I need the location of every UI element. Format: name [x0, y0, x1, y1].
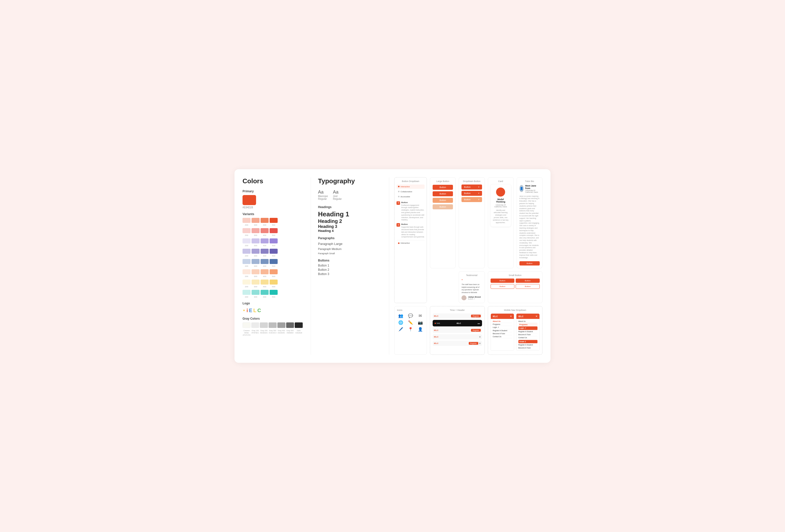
nav-item-tutor[interactable]: Become A Tutor: [493, 332, 512, 335]
mobile-icons: ▪▪▪: [478, 321, 480, 325]
primary-swatch: [243, 195, 256, 205]
btn-icon-desc-1: ☰ Button Furthered engagement through me…: [397, 201, 425, 245]
nav-item-about-2[interactable]: About Us: [518, 320, 537, 323]
nav-item-become-t[interactable]: Become A Tutor: [518, 346, 537, 349]
paragraphs-group: Paragraphs Paragraph Large Paragraph Med…: [318, 236, 381, 256]
gray-swatch-0: [243, 322, 251, 328]
card-box: Card Model Thinking University Of Califo…: [488, 177, 514, 268]
nav-item-about[interactable]: About Us: [493, 320, 512, 323]
heading-4-sample: Heading 4: [318, 229, 381, 233]
hamburger-icon-4[interactable]: ≡: [479, 336, 481, 338]
nav-dropdown-2: iELC ✕ About Us Programs Login ↗ Registe…: [516, 313, 540, 351]
tutor-bio-text: Jane is a junior majoring in Biology and…: [520, 195, 540, 259]
dropdown-btn-label: Dropdown Button: [461, 180, 482, 183]
nav-close-1[interactable]: ✕: [510, 315, 512, 318]
hamburger-icon-5[interactable]: ≡: [479, 342, 481, 345]
heading-3-sample: Heading 3: [318, 224, 381, 229]
dropdown-item-interactive[interactable]: Interactive: [397, 185, 425, 189]
swatch-y-400: [260, 280, 269, 285]
font-manrope-name: Manrope: [318, 195, 328, 197]
mobile-register-3[interactable]: Register: [471, 329, 481, 332]
nav-dropdown-1: iELC ✕ About Us Programs Login ↗ Registe…: [490, 313, 514, 351]
card-text: Identify and articulate learning strateg…: [492, 209, 509, 224]
dropdown-item-accessible[interactable]: Accessible: [397, 194, 425, 199]
nav-item-login[interactable]: Login ↗: [493, 326, 512, 329]
mobile-logo-5: iELC: [434, 342, 438, 344]
dd-btn-2-text: Button: [464, 192, 471, 194]
swatch-b-400: [260, 259, 269, 264]
nav-logo-1: iELC: [493, 315, 498, 318]
mobile-register-1[interactable]: Register: [471, 315, 481, 317]
dd-btn-3-text: Button: [464, 198, 471, 201]
btn-desc-title-2: Button: [401, 223, 425, 225]
nav-item-programs-2[interactable]: Programs: [518, 323, 537, 326]
font-jost-aa: Aa: [333, 189, 341, 195]
para-large-sample: Paragraph Large: [318, 241, 381, 246]
small-btn-grid: Button Button Button Button: [490, 278, 540, 289]
icon-location: 📍: [407, 327, 414, 332]
large-btn-2[interactable]: Button: [433, 191, 453, 196]
nav-item-register-s[interactable]: Register A Student: [518, 343, 537, 346]
icon-user: 👤: [416, 327, 424, 332]
large-btn-4[interactable]: Button: [433, 204, 453, 209]
nav-item-register-2[interactable]: Register A Student: [518, 330, 537, 333]
nav-item-contact[interactable]: Contact Us: [493, 335, 512, 338]
signal-icon: ▪▪▪: [478, 322, 480, 325]
typography-section: Typography Aa Manrope Regular Aa Jost Re…: [311, 177, 381, 355]
large-btn-3[interactable]: Button: [433, 198, 453, 203]
typography-fonts: Aa Manrope Regular Aa Jost Regular: [318, 189, 381, 200]
buttons-group: Buttons Button 1 Button 2 Button 3: [318, 259, 381, 276]
time-header-box: Time + Header iELC Register 9:41 iELC ▪▪…: [430, 306, 485, 355]
heading-1-sample: Heading 1: [318, 210, 381, 218]
card-circle-icon: [496, 188, 505, 196]
nav-header-2: iELC ✕: [516, 314, 539, 319]
icons-grid: 👥 💬 ✉ 🌐 ✏️ 📷 🖊️ 📍 👤: [397, 313, 424, 332]
red-swatch-labels: 200 300 400 500: [243, 234, 303, 236]
gray-swatch-grid: [243, 322, 303, 328]
large-btn-1[interactable]: Button: [433, 185, 453, 190]
mobile-register-5[interactable]: Register: [469, 342, 478, 345]
status-dot: [435, 323, 436, 324]
testimonial-author-info: Jaidyn Brand Button ↗: [468, 296, 481, 300]
mobile-preview-4: iELC ≡: [433, 334, 482, 340]
small-btn-box: Small Button Button Button Button Button: [488, 271, 543, 303]
dropdown-dot-active2: [398, 242, 400, 244]
nav-item-tutor-2[interactable]: Become A Tutor: [518, 333, 537, 336]
small-btn-2[interactable]: Button: [516, 278, 540, 283]
icon-pen: 🖊️: [397, 327, 405, 332]
nav-item-login-2[interactable]: Login ↗: [518, 326, 537, 330]
small-btn-3[interactable]: Button: [490, 284, 515, 289]
components-section: Button Dropdown Interactive Collaborativ…: [389, 177, 542, 355]
orange-swatch-row: [243, 218, 303, 223]
icons-box: Icons 👥 💬 ✉ 🌐 ✏️ 📷 🖊️ 📍 👤: [394, 306, 427, 355]
nav-item-programs[interactable]: Programs: [493, 323, 512, 326]
nav-item-contact-2[interactable]: Contact Us: [518, 336, 537, 339]
primary-label: Primary: [243, 189, 303, 193]
btn-desc-text-1: Furthered engagement through metacogniti…: [401, 204, 425, 221]
swatch-b-300: [252, 259, 259, 264]
swatch-y-200: [243, 280, 251, 285]
dd-btn-2[interactable]: Button ∨: [461, 191, 482, 196]
small-btn-4[interactable]: Button: [516, 284, 540, 289]
mobile-status-bar: 9:41: [435, 322, 440, 324]
small-btn-1[interactable]: Button: [490, 278, 515, 283]
large-btn-box: Large Button Button Button Button Button: [430, 177, 456, 268]
gray-swatch-3: [269, 322, 277, 328]
logo-i: i: [247, 308, 248, 313]
tutor-university: University Of California, Davis: [525, 189, 540, 193]
blue-labels: 200 300 400 500: [243, 265, 303, 267]
tutor-bio-label: Tutor Bio: [520, 180, 540, 183]
tutor-cta-button[interactable]: Button: [520, 261, 540, 266]
nav-close-2[interactable]: ✕: [535, 315, 537, 318]
nav-item-register[interactable]: Register A Student: [493, 329, 512, 332]
swatch-peach-400: [260, 269, 269, 274]
nav-item-grade[interactable]: Grade 2: [518, 340, 537, 343]
dropdown-dot-active: [398, 186, 400, 187]
dropdown-item-collaborative[interactable]: Collaborative: [397, 189, 425, 194]
dd-btn-3[interactable]: Button ∨: [461, 197, 482, 202]
dd-btn-1[interactable]: Button ∨: [461, 185, 482, 189]
gray-swatch-5: [286, 322, 294, 328]
gray-label-2: Gray 200#E0E0DC: [260, 329, 268, 336]
swatch-t-200: [243, 290, 251, 295]
dropdown-item-interactive-2[interactable]: Interactive: [397, 240, 425, 245]
